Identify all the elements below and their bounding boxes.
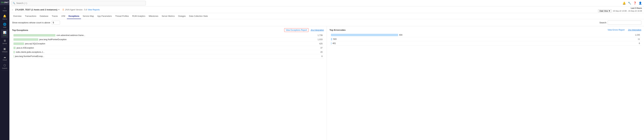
table-row[interactable]: java.io.IOException 37 bbox=[12, 46, 324, 50]
sidebar: Site24x7 ⌂Home🔔Alarms🌐Web📊APM🖥Server▣VMw… bbox=[0, 0, 10, 140]
tab-milestones[interactable]: Milestones bbox=[147, 14, 160, 19]
sub-header: ← ZYLKER_TEST (1 hosts and 2 instances) … bbox=[10, 6, 644, 13]
errorcode-name: 503 bbox=[330, 37, 609, 41]
date-range-value: 19-Sep-22 13:08 - 19-Sep-22 16:08 bbox=[613, 10, 642, 12]
filter-label: Show exceptions whose count is above bbox=[12, 21, 50, 24]
bar-indicator bbox=[331, 38, 332, 40]
apm-icon: 📊 bbox=[3, 31, 6, 34]
tab-app-parameters[interactable]: App Parameters bbox=[96, 14, 114, 19]
view-exceptions-report-button[interactable]: View Exceptions Report bbox=[284, 28, 308, 32]
tab-service-map[interactable]: Service Map bbox=[81, 14, 96, 19]
sidebar-item-label: VMware bbox=[2, 51, 8, 52]
user-avatar[interactable]: 👤 bbox=[638, 2, 642, 5]
errorcodes-panel: Top Errorcodes View Errors Report Jira I… bbox=[327, 26, 644, 140]
errorcodes-panel-title: Top Errorcodes bbox=[330, 29, 346, 31]
exceptions-panel-header: Top Exceptions View Exceptions Report Ji… bbox=[12, 28, 324, 32]
sidebar-item-label: Home bbox=[3, 10, 7, 12]
vmware-icon: ▣ bbox=[3, 47, 6, 50]
chevron-down-icon: ▼ bbox=[58, 9, 60, 10]
exception-name: redis.clients.jedis.exceptions.J... bbox=[12, 50, 292, 54]
exceptions-jira-link[interactable]: Jira Integration bbox=[310, 29, 324, 31]
table-row[interactable]: java.lang.NullPointerException 1,033 bbox=[12, 38, 324, 42]
logo-suffix: 24x7 bbox=[4, 1, 8, 3]
tab-rum-analytics[interactable]: RUM Analytics bbox=[130, 14, 147, 19]
table-row[interactable]: java.lang.NumberFormatExcep... 6 bbox=[12, 54, 324, 58]
errorcode-name: 404 bbox=[330, 33, 609, 37]
tabs-bar: OverviewTransactionsDatabaseTracesJVMExc… bbox=[10, 13, 644, 19]
alarms-icon: 🔔 bbox=[3, 14, 6, 18]
table-row[interactable]: 401 6 bbox=[330, 41, 642, 46]
tab-database[interactable]: Database bbox=[38, 14, 50, 19]
tab-jvm[interactable]: JVM bbox=[60, 14, 67, 19]
count-input[interactable] bbox=[52, 21, 60, 24]
agent-info: ☰ JAVA Agent Version : 5.6 View Reports bbox=[62, 8, 100, 11]
sidebar-item-label: APM bbox=[3, 34, 6, 36]
logo: Site24x7 bbox=[0, 0, 10, 5]
bar-indicator bbox=[14, 47, 16, 49]
exception-name: java.io.IOException bbox=[12, 46, 292, 50]
table-row[interactable]: 503 11 bbox=[330, 37, 642, 41]
exceptions-table: com.adventnet.webmon.frame... 1,739 java… bbox=[12, 33, 324, 58]
sidebar-item-server[interactable]: 🖥Server bbox=[1, 38, 8, 46]
table-row[interactable]: redis.clients.jedis.exceptions.J... 20 bbox=[12, 50, 324, 54]
java-icon: ☰ bbox=[62, 8, 64, 11]
view-errors-report-button[interactable]: View Errors Report bbox=[606, 28, 626, 32]
back-button[interactable]: ← bbox=[12, 8, 14, 11]
table-row[interactable]: com.adventnet.webmon.frame... 1,739 bbox=[12, 33, 324, 38]
sidebar-item-label: Alarms bbox=[2, 18, 7, 20]
app-name: ZYLKER_TEST (1 hosts and 2 instances) bbox=[15, 8, 57, 11]
tab-traces[interactable]: Traces bbox=[50, 14, 60, 19]
filter-search-input[interactable] bbox=[608, 20, 641, 25]
tab-exceptions[interactable]: Exceptions bbox=[67, 14, 81, 19]
tab-outages[interactable]: Outages bbox=[176, 14, 187, 19]
date-view-chevron-icon: ▼ bbox=[608, 10, 610, 12]
errorcodes-table: 404 1,035 503 11 401 6 bbox=[330, 33, 642, 46]
wrench-icon[interactable]: 🔧 bbox=[628, 2, 631, 5]
sidebar-item-alarms[interactable]: 🔔Alarms bbox=[1, 13, 8, 21]
table-row[interactable]: 404 1,035 bbox=[330, 33, 642, 37]
filter-bar: Show exceptions whose count is above Sea… bbox=[10, 19, 644, 26]
notification-icon[interactable]: 🔔 bbox=[622, 2, 626, 5]
cloud-icon: ☁ bbox=[3, 56, 6, 59]
tab-thread-profiles[interactable]: Thread Profiles bbox=[114, 14, 130, 19]
server-icon: 🖥 bbox=[3, 39, 6, 42]
tab-overview[interactable]: Overview bbox=[12, 14, 23, 19]
bar-indicator bbox=[14, 51, 15, 53]
sidebar-item-web[interactable]: 🌐Web bbox=[1, 21, 8, 30]
exception-count: 1,033 bbox=[292, 38, 324, 42]
sidebar-item-cloud[interactable]: ☁Cloud bbox=[1, 54, 8, 62]
search-label: Search bbox=[600, 21, 606, 24]
tab-data-collection-stats[interactable]: Data Collection Stats bbox=[188, 14, 210, 19]
sidebar-item-nutanix[interactable]: ⬡Nutanix bbox=[1, 62, 8, 70]
exception-count: 425 bbox=[292, 42, 324, 46]
sidebar-item-label: Cloud bbox=[3, 59, 7, 61]
date-range-section: Last 3 Hours Date View ▼ 19-Sep-22 13:08… bbox=[598, 7, 642, 12]
tab-transactions[interactable]: Transactions bbox=[23, 14, 38, 19]
errorcodes-jira-link[interactable]: Jira Integration bbox=[628, 29, 641, 31]
exceptions-panel: Top Exceptions View Exceptions Report Ji… bbox=[10, 26, 327, 140]
tab-server-metrics[interactable]: Server Metrics bbox=[160, 14, 176, 19]
main-area: 🔍 🔔 🔧 ❓ 👤 ← ZYLKER_TEST (1 hosts and 2 i… bbox=[10, 0, 644, 140]
sidebar-item-vmware[interactable]: ▣VMware bbox=[1, 46, 8, 54]
sidebar-item-home[interactable]: ⌂Home bbox=[1, 5, 8, 13]
app-selector[interactable]: ZYLKER_TEST (1 hosts and 2 instances) ▼ bbox=[15, 8, 60, 11]
exceptions-panel-title: Top Exceptions bbox=[12, 29, 28, 32]
sidebar-item-label: Server bbox=[2, 43, 7, 44]
exception-count: 20 bbox=[292, 50, 324, 54]
date-view-button[interactable]: Date View ▼ bbox=[598, 10, 612, 12]
date-range-label: Last 3 Hours bbox=[631, 7, 642, 9]
help-icon[interactable]: ❓ bbox=[633, 2, 636, 5]
errorcode-count: 6 bbox=[609, 41, 642, 46]
sidebar-item-apm[interactable]: 📊APM bbox=[1, 30, 8, 38]
errorcodes-panel-actions: View Errors Report Jira Integration bbox=[606, 28, 641, 32]
errorcode-count: 11 bbox=[609, 37, 642, 41]
bar-indicator bbox=[14, 38, 38, 41]
filter-left: Show exceptions whose count is above bbox=[12, 21, 60, 24]
filter-right: Search bbox=[600, 20, 641, 25]
tabs-container: OverviewTransactionsDatabaseTracesJVMExc… bbox=[12, 13, 210, 19]
search-input[interactable] bbox=[12, 1, 146, 6]
table-row[interactable]: java.sql.SQLException 425 bbox=[12, 42, 324, 46]
errorcode-count: 1,035 bbox=[609, 33, 642, 37]
home-icon: ⌂ bbox=[4, 6, 6, 10]
view-reports-link[interactable]: View Reports bbox=[88, 8, 100, 11]
